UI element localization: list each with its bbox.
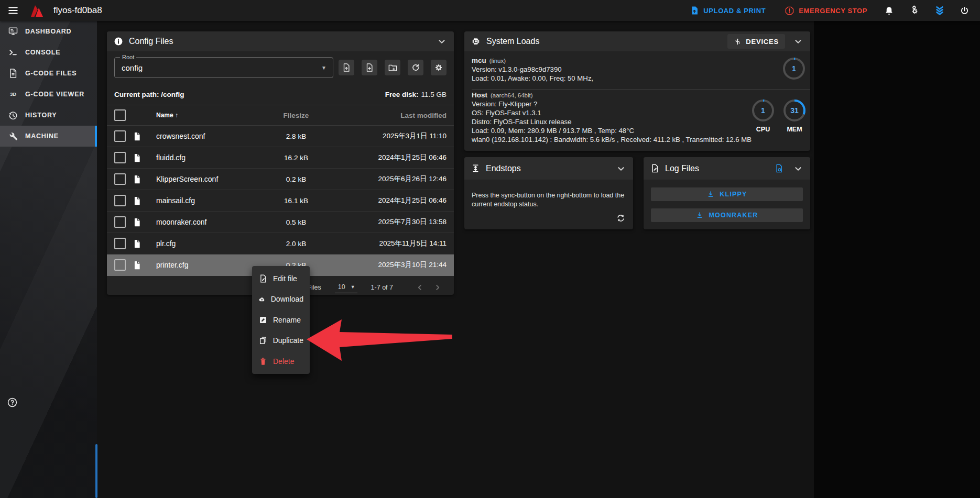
column-name[interactable]: Name ↑ bbox=[152, 112, 252, 119]
row-checkbox[interactable] bbox=[114, 259, 126, 271]
collapse-chevron-icon[interactable] bbox=[792, 36, 804, 47]
top-bar: flyos-fd0ba8 UPLOAD & PRINT EMERGENCY ST… bbox=[0, 0, 980, 21]
free-disk: Free disk:11.5 GB bbox=[385, 91, 447, 98]
3d-viewer-icon: 3D bbox=[7, 89, 19, 99]
panel-title: System Loads bbox=[486, 37, 539, 46]
console-icon bbox=[7, 47, 19, 58]
mcu-version: Version: v1.3.0-ga98c9d7390 bbox=[472, 65, 562, 74]
file-refresh-icon[interactable] bbox=[774, 163, 784, 173]
mcu-name-line: mcu(linux) bbox=[472, 56, 506, 65]
upload-and-print-button[interactable]: UPLOAD & PRINT bbox=[687, 4, 769, 17]
file-icon bbox=[132, 196, 142, 206]
notifications-bell-icon[interactable] bbox=[883, 5, 895, 17]
host-distro: Distro: FlyOS-Fast Linux release bbox=[472, 117, 572, 126]
row-checkbox[interactable] bbox=[114, 216, 126, 228]
sidebar-item-console[interactable]: CONSOLE bbox=[0, 42, 97, 63]
column-last-modified[interactable]: Last modified bbox=[341, 112, 454, 119]
config-toolbar: Root config ▼ bbox=[107, 51, 454, 84]
table-row[interactable]: crowsnest.conf 2.8 kB 2025年3月1日 11:10 bbox=[107, 126, 454, 147]
refresh-button[interactable] bbox=[408, 60, 423, 75]
row-checkbox[interactable] bbox=[114, 173, 126, 185]
alert-octagon-icon bbox=[785, 6, 794, 16]
emergency-stop-button[interactable]: EMERGENCY STOP bbox=[781, 4, 870, 18]
layers-update-icon[interactable] bbox=[933, 4, 946, 17]
file-upload-icon bbox=[690, 6, 699, 15]
root-select[interactable]: Root config ▼ bbox=[114, 57, 333, 78]
table-header: Name ↑ Filesize Last modified bbox=[107, 105, 454, 126]
current-path: Current path: /config bbox=[114, 91, 184, 98]
host-load: Load: 0.09, Mem: 280.9 MB / 913.7 MB , T… bbox=[472, 126, 634, 135]
divider bbox=[472, 89, 810, 90]
context-duplicate[interactable]: Duplicate bbox=[252, 330, 310, 351]
sidebar-item-gcode-viewer[interactable]: 3D G-CODE VIEWER bbox=[0, 84, 97, 105]
file-context-menu: Edit file Download Rename Duplicate Dele… bbox=[252, 266, 310, 374]
sync-button[interactable] bbox=[616, 213, 626, 223]
next-page-button[interactable] bbox=[429, 281, 447, 294]
file-icon bbox=[132, 174, 142, 184]
sidebar-item-history[interactable]: HISTORY bbox=[0, 105, 97, 126]
table-row[interactable]: moonraker.conf 0.5 kB 2025年7月30日 13:58 bbox=[107, 212, 454, 233]
mcu-load: Load: 0.01, Awake: 0.00, Freq: 50 MHz, bbox=[472, 74, 593, 83]
create-folder-button[interactable] bbox=[385, 60, 400, 75]
per-page-select[interactable]: 10 ▼ bbox=[335, 282, 357, 293]
system-loads-panel: System Loads DEVICES mcu(linux) Version:… bbox=[464, 31, 810, 151]
moonraker-log-button[interactable]: MOONRAKER bbox=[651, 208, 803, 222]
sidebar: DASHBOARD CONSOLE G-CODE FILES 3D G-CODE… bbox=[0, 21, 97, 498]
svg-text:31: 31 bbox=[790, 106, 799, 115]
menu-icon[interactable] bbox=[7, 5, 19, 16]
collapse-chevron-icon[interactable] bbox=[615, 163, 627, 174]
mem-gauge: 31 bbox=[782, 98, 807, 123]
host-os: OS: FlyOS-Fast v1.3.1 bbox=[472, 108, 541, 117]
table-row[interactable]: KlipperScreen.conf 0.2 kB 2025年6月26日 12:… bbox=[107, 169, 454, 190]
log-files-panel: Log Files KLIPPY MOONRAKER bbox=[644, 157, 810, 229]
row-checkbox[interactable] bbox=[114, 130, 126, 142]
info-icon bbox=[113, 36, 124, 47]
file-icon bbox=[132, 239, 142, 249]
endstop-icon bbox=[471, 163, 481, 173]
path-row: Current path: /config Free disk:11.5 GB bbox=[107, 84, 454, 105]
power-icon[interactable] bbox=[959, 5, 971, 17]
svg-text:3D: 3D bbox=[10, 91, 16, 97]
row-checkbox[interactable] bbox=[114, 152, 126, 163]
klippy-log-button[interactable]: KLIPPY bbox=[651, 187, 803, 201]
usb-icon bbox=[734, 38, 742, 46]
context-download[interactable]: Download bbox=[252, 289, 310, 310]
settings-gear-button[interactable] bbox=[431, 60, 447, 75]
cpu-gauge-label: CPU bbox=[751, 126, 775, 133]
gcode-file-icon bbox=[7, 68, 19, 79]
file-icon bbox=[132, 217, 142, 227]
copy-icon bbox=[258, 336, 268, 345]
collapse-chevron-icon[interactable] bbox=[792, 163, 804, 174]
context-rename[interactable]: Rename bbox=[252, 309, 310, 330]
upload-file-button[interactable] bbox=[339, 60, 354, 75]
sidebar-item-gcode-files[interactable]: G-CODE FILES bbox=[0, 63, 97, 84]
context-delete[interactable]: Delete bbox=[252, 351, 310, 372]
row-checkbox[interactable] bbox=[114, 195, 126, 206]
sidebar-item-machine[interactable]: MACHINE bbox=[0, 126, 97, 147]
row-checkbox[interactable] bbox=[114, 238, 126, 249]
mem-gauge-label: MEM bbox=[782, 126, 807, 133]
create-file-button[interactable] bbox=[362, 60, 377, 75]
table-row[interactable]: mainsail.cfg 16.1 kB 2024年1月25日 06:46 bbox=[107, 190, 454, 212]
host-network: wlan0 (192.168.101.142) : Bandwidth: 5.6… bbox=[472, 135, 752, 144]
context-edit-file[interactable]: Edit file bbox=[252, 268, 310, 289]
host-name-line: Host(aarch64, 64bit) bbox=[472, 91, 533, 100]
services-gears-icon[interactable] bbox=[908, 4, 921, 17]
table-row[interactable]: plr.cfg 2.0 kB 2025年11月5日 14:11 bbox=[107, 233, 454, 254]
sidebar-item-dashboard[interactable]: DASHBOARD bbox=[0, 21, 97, 42]
column-filesize[interactable]: Filesize bbox=[252, 112, 341, 119]
help-icon[interactable] bbox=[7, 397, 18, 408]
devices-button[interactable]: DEVICES bbox=[727, 34, 785, 49]
chip-icon bbox=[471, 36, 481, 47]
select-caret-icon: ▼ bbox=[321, 65, 326, 71]
wrench-icon bbox=[7, 131, 19, 141]
mcu-load-gauge: 1 bbox=[782, 57, 806, 81]
collapse-chevron-icon[interactable] bbox=[436, 36, 448, 47]
previous-page-button[interactable] bbox=[411, 281, 429, 294]
log-files-header: Log Files bbox=[644, 157, 810, 180]
table-row[interactable]: fluidd.cfg 16.2 kB 2024年1月25日 06:46 bbox=[107, 147, 454, 169]
panel-title: Config Files bbox=[129, 37, 173, 46]
file-icon bbox=[132, 153, 142, 163]
select-all-checkbox[interactable] bbox=[114, 109, 126, 121]
sidebar-scrollbar[interactable] bbox=[95, 444, 97, 498]
